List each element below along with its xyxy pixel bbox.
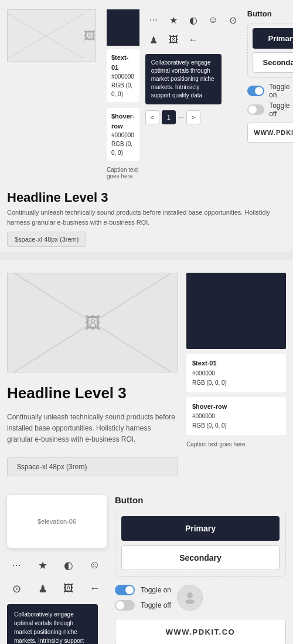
icon-star[interactable]: ★ — [165, 12, 182, 28]
b-icon-more[interactable]: ··· — [7, 556, 26, 575]
large-section: 🖼 Headline Level 3 Continually unleash t… — [0, 265, 293, 476]
bottom-secondary-button[interactable]: Secondary — [121, 545, 280, 570]
dark-color-block — [107, 9, 139, 46]
spacer — [0, 476, 293, 486]
bottom-toggle-off-label: Toggle off — [141, 601, 171, 609]
toggle-off-knob — [248, 106, 257, 114]
icons-tooltip-col: ··· ★ ◐ ☺ ⊙ ♟ 🖼 ← Collaboratively engage… — [145, 9, 241, 179]
svg-line-1 — [8, 13, 84, 59]
bottom-toggle-on[interactable] — [115, 585, 135, 595]
large-caption: Caption text goes here. — [186, 441, 286, 448]
top-icons-grid: ··· ★ ◐ ☺ ⊙ ♟ 🖼 ← — [145, 9, 241, 50]
top-middle-col: $text-01 #000000 RGB (0, 0, 0) $hover-ro… — [107, 9, 139, 179]
icon-more[interactable]: ··· — [145, 12, 162, 28]
large-space-tag: $space-xl 48px (3rem) — [7, 457, 178, 476]
bottom-icons-grid: ··· ★ ◐ ☺ ⊙ ♟ 🖼 ← — [7, 556, 107, 598]
svg-point-6 — [187, 592, 193, 598]
top-space-tag: $space-xl 48px (3rem) — [7, 232, 86, 247]
b-icon-face[interactable]: ☺ — [86, 556, 104, 575]
bottom-toggles-avatar-row: Toggle on Toggle off — [115, 585, 286, 611]
tooltip-box: Collaboratively engage optimal vortals t… — [145, 54, 222, 104]
top-pagination: < 1 ··· > — [145, 110, 241, 124]
icon-back[interactable]: ← — [185, 32, 202, 48]
bottom-avatar — [177, 585, 203, 611]
toggle-on-label: Toggle on — [269, 83, 293, 99]
button-section-label: Button — [247, 9, 293, 18]
page-1-btn[interactable]: 1 — [162, 110, 176, 124]
large-image-placeholder: 🖼 — [7, 273, 178, 372]
large-dark-block — [186, 273, 286, 349]
bottom-toggle-off-row: Toggle off — [115, 600, 171, 611]
bottom-tooltip: Collaboratively engage optimal vortals t… — [7, 604, 98, 644]
icon-contrast[interactable]: ◐ — [185, 12, 202, 28]
b-icon-back[interactable]: ← — [86, 579, 104, 598]
elevation-box: $elevation-06 — [7, 495, 107, 548]
bottom-url-box[interactable]: WWW.PDKIT.CO — [115, 619, 286, 644]
bottom-right-col: Button Primary Secondary Toggle on Toggl… — [115, 495, 286, 644]
bottom-button-label: Button — [115, 495, 286, 505]
top-image-placeholder: 🖼 — [7, 9, 96, 62]
toggle-on-switch[interactable] — [247, 86, 264, 96]
top-headline-section: Headline Level 3 Continually unleash tec… — [0, 185, 293, 247]
large-color-hex: #000000 — [192, 369, 280, 378]
toggle-off-switch[interactable] — [247, 104, 264, 115]
page-prev-btn[interactable]: < — [145, 110, 159, 124]
b-icon-contrast[interactable]: ◐ — [59, 556, 78, 575]
page-dots: ··· — [178, 113, 184, 121]
hover-name: $hover-row — [111, 111, 135, 131]
divider-1 — [0, 252, 293, 260]
toggle-on-row: Toggle on — [247, 83, 293, 99]
large-hover-rgb: RGB (0, 0, 0) — [192, 421, 280, 431]
icon-circle[interactable]: ⊙ — [225, 12, 241, 28]
url-box-top[interactable]: WWW.PDKIT.CO — [247, 123, 293, 143]
top-left-col: 🖼 — [7, 9, 101, 179]
buttons-container-top: Primary Secondary — [247, 23, 293, 78]
color-hex: #000000 — [111, 72, 135, 81]
bottom-toggle-on-label: Toggle on — [141, 586, 171, 594]
toggles-avatar-row: Toggle on Toggle off — [247, 83, 293, 118]
toggle-on-knob — [255, 87, 263, 95]
icon-image[interactable]: 🖼 — [165, 32, 182, 48]
large-body: Continually unleash technically sound pr… — [7, 412, 178, 446]
b-icon-circle[interactable]: ⊙ — [7, 579, 26, 598]
svg-point-7 — [185, 599, 195, 604]
bottom-toggles-col: Toggle on Toggle off — [115, 585, 171, 611]
large-color-info: $text-01 #000000 RGB (0, 0, 0) — [186, 354, 286, 392]
top-section: 🖼 $text-01 #000000 RGB (0, 0, 0) $hover-… — [0, 0, 293, 185]
hover-rgb: RGB (0, 0, 0) — [111, 140, 135, 157]
svg-line-0 — [8, 13, 84, 59]
primary-button-top[interactable]: Primary — [253, 28, 293, 49]
hover-hex: #000000 — [111, 131, 135, 140]
icon-person[interactable]: ♟ — [145, 32, 162, 48]
top-right-col: Button Primary Secondary Toggle on — [247, 9, 293, 179]
toggle-off-row: Toggle off — [247, 101, 293, 118]
page-next-btn[interactable]: > — [186, 110, 200, 124]
bottom-left-col: $elevation-06 ··· ★ ◐ ☺ ⊙ ♟ 🖼 ← Collabor… — [7, 495, 107, 644]
large-right-col: $text-01 #000000 RGB (0, 0, 0) $hover-ro… — [186, 273, 286, 476]
large-left-col: 🖼 Headline Level 3 Continually unleash t… — [7, 273, 178, 476]
large-color-name: $text-01 — [192, 358, 280, 369]
toggle-off-label: Toggle off — [269, 101, 293, 118]
color-rgb: RGB (0, 0, 0) — [111, 81, 135, 99]
caption-text: Caption text goes here. — [107, 167, 139, 179]
large-headline: Headline Level 3 — [7, 384, 178, 402]
toggles-col: Toggle on Toggle off — [247, 83, 293, 118]
hover-row-block: $hover-row #000000 RGB (0, 0, 0) — [107, 108, 139, 161]
b-icon-image[interactable]: 🖼 — [59, 579, 78, 598]
b-icon-star[interactable]: ★ — [33, 556, 52, 575]
large-color-rgb: RGB (0, 0, 0) — [192, 378, 280, 388]
large-hover-hex: #000000 — [192, 412, 280, 421]
bottom-section: $elevation-06 ··· ★ ◐ ☺ ⊙ ♟ 🖼 ← Collabor… — [0, 486, 293, 644]
large-hover-name: $hover-row — [192, 402, 280, 412]
bottom-toggle-on-knob — [125, 586, 134, 594]
bottom-toggle-on-row: Toggle on — [115, 585, 171, 595]
large-image-icon: 🖼 — [84, 313, 101, 333]
top-headline-body: Continually unleash technically sound pr… — [7, 208, 286, 227]
bottom-primary-button[interactable]: Primary — [121, 516, 280, 541]
icon-face[interactable]: ☺ — [205, 12, 222, 28]
top-headline: Headline Level 3 — [7, 190, 286, 205]
b-icon-person[interactable]: ♟ — [33, 579, 52, 598]
secondary-button-top[interactable]: Secondary — [253, 52, 293, 73]
large-hover-block: $hover-row #000000 RGB (0, 0, 0) — [186, 397, 286, 436]
bottom-toggle-off[interactable] — [115, 600, 135, 611]
